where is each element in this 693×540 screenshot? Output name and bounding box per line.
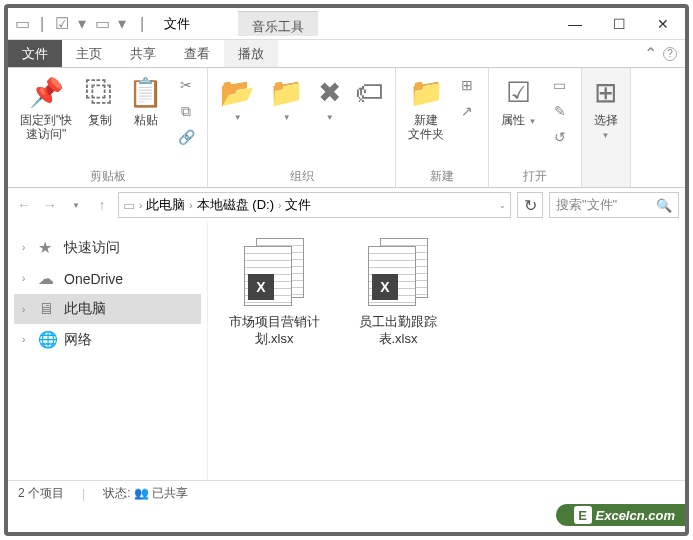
newfolder-button[interactable]: 📁 新建 文件夹: [404, 74, 448, 144]
paste-shortcut-icon[interactable]: 🔗: [173, 126, 199, 148]
nav-onedrive[interactable]: › ☁ OneDrive: [14, 263, 201, 294]
file-item[interactable]: X 员工出勤跟踪表.xlsx: [348, 238, 448, 348]
qat-sep2: |: [134, 16, 150, 32]
group-label-new: 新建: [430, 166, 454, 185]
minimize-button[interactable]: —: [553, 9, 597, 39]
nav-this-pc[interactable]: › 🖥 此电脑: [14, 294, 201, 324]
watermark: E Excelcn.com: [556, 504, 686, 526]
chevron-right-icon: ›: [22, 334, 32, 345]
collapse-ribbon-icon[interactable]: ⌃: [644, 44, 657, 63]
ribbon-group-clipboard: 📌 固定到"快 速访问" ⿻ 复制 📋 粘贴 ✂ ⧉ 🔗 剪贴板: [8, 68, 208, 187]
chevron-right-icon[interactable]: ›: [189, 200, 192, 211]
ribbon-tabs: 文件 主页 共享 查看 播放 ⌃ ?: [8, 40, 685, 68]
excel-file-icon: X: [368, 238, 428, 308]
history-dropdown-icon[interactable]: ▼: [66, 195, 86, 215]
nav-network[interactable]: › 🌐 网络: [14, 324, 201, 355]
tab-play[interactable]: 播放: [224, 40, 278, 67]
help-icon[interactable]: ?: [663, 47, 677, 61]
delete-icon: ✖: [318, 76, 341, 109]
moveto-icon: 📂: [220, 76, 255, 109]
newfolder-icon: 📁: [409, 76, 444, 109]
watermark-logo-icon: E: [574, 506, 592, 524]
ribbon-group-select: ⊞ 选择▼: [582, 68, 631, 187]
file-name-label: 员工出勤跟踪表.xlsx: [348, 314, 448, 348]
copypath-icon[interactable]: ⧉: [173, 100, 199, 122]
item-count: 2 个项目: [18, 485, 64, 502]
ribbon-group-new: 📁 新建 文件夹 ⊞ ↗ 新建: [396, 68, 489, 187]
address-bar: ← → ▼ ↑ ▭ › 此电脑 › 本地磁盘 (D:) › 文件 ⌄ ↻ 搜索"…: [8, 188, 685, 222]
copyto-button[interactable]: 📁▼: [265, 74, 308, 124]
pin-icon: 📌: [29, 76, 64, 109]
tab-share[interactable]: 共享: [116, 40, 170, 67]
crumb-pc[interactable]: 此电脑: [146, 196, 185, 214]
file-list: X 市场项目营销计划.xlsx X 员工出勤跟踪表.xlsx: [208, 222, 685, 480]
newfolder-qat-icon[interactable]: ▭: [94, 16, 110, 32]
ribbon-group-organize: 📂▼ 📁▼ ✖▼ 🏷 组织: [208, 68, 396, 187]
maximize-button[interactable]: ☐: [597, 9, 641, 39]
network-icon: 🌐: [38, 330, 58, 349]
ribbon-group-open: ☑ 属性 ▼ ▭ ✎ ↺ 打开: [489, 68, 581, 187]
navigation-pane: › ★ 快速访问 › ☁ OneDrive › 🖥 此电脑 › 🌐 网络: [8, 222, 208, 480]
group-label-clipboard: 剪贴板: [90, 166, 126, 185]
close-button[interactable]: ✕: [641, 9, 685, 39]
rename-icon: 🏷: [355, 76, 383, 109]
edit-icon[interactable]: ✎: [547, 100, 573, 122]
tab-file[interactable]: 文件: [8, 40, 62, 67]
group-label-organize: 组织: [290, 166, 314, 185]
back-button[interactable]: ←: [14, 195, 34, 215]
ribbon: 📌 固定到"快 速访问" ⿻ 复制 📋 粘贴 ✂ ⧉ 🔗 剪贴板: [8, 68, 685, 188]
refresh-button[interactable]: ↻: [517, 192, 543, 218]
select-icon: ⊞: [594, 76, 617, 109]
breadcrumb[interactable]: ▭ › 此电脑 › 本地磁盘 (D:) › 文件 ⌄: [118, 192, 511, 218]
pin-button[interactable]: 📌 固定到"快 速访问": [16, 74, 76, 144]
status-value: 已共享: [152, 486, 188, 500]
easyaccess-icon[interactable]: ↗: [454, 100, 480, 122]
excel-file-icon: X: [244, 238, 304, 308]
tab-view[interactable]: 查看: [170, 40, 224, 67]
copy-button[interactable]: ⿻ 复制: [82, 74, 118, 129]
drive-icon: ▭: [123, 198, 135, 213]
properties-button[interactable]: ☑ 属性 ▼: [497, 74, 540, 129]
people-icon: 👥: [134, 486, 149, 500]
chevron-right-icon[interactable]: ›: [278, 200, 281, 211]
up-button[interactable]: ↑: [92, 195, 112, 215]
forward-button[interactable]: →: [40, 195, 60, 215]
folder-icon: ▭: [14, 16, 30, 32]
chevron-right-icon: ›: [22, 304, 32, 315]
search-placeholder: 搜索"文件": [556, 196, 617, 214]
chevron-right-icon: ›: [22, 242, 32, 253]
title-bar: ▭ | ☑ ▾ ▭ ▾ | 文件 音乐工具 — ☐ ✕: [8, 8, 685, 40]
crumb-drive[interactable]: 本地磁盘 (D:): [197, 196, 274, 214]
file-name-label: 市场项目营销计划.xlsx: [224, 314, 324, 348]
chevron-right-icon[interactable]: ›: [139, 200, 142, 211]
window-title: 文件: [156, 15, 198, 33]
moveto-button[interactable]: 📂▼: [216, 74, 259, 124]
paste-button[interactable]: 📋 粘贴: [124, 74, 167, 129]
checkbox-icon: ☑: [506, 76, 531, 109]
copyto-icon: 📁: [269, 76, 304, 109]
tab-home[interactable]: 主页: [62, 40, 116, 67]
qat-sep: |: [34, 16, 50, 32]
status-label: 状态:: [103, 486, 130, 500]
properties-icon[interactable]: ☑: [54, 16, 70, 32]
search-icon: 🔍: [656, 198, 672, 213]
newitem-icon[interactable]: ⊞: [454, 74, 480, 96]
open-icon[interactable]: ▭: [547, 74, 573, 96]
rename-button[interactable]: 🏷: [351, 74, 387, 111]
select-button[interactable]: ⊞ 选择▼: [590, 74, 622, 144]
history-icon[interactable]: ↺: [547, 126, 573, 148]
nav-quick-access[interactable]: › ★ 快速访问: [14, 232, 201, 263]
group-label-open: 打开: [523, 166, 547, 185]
status-bar: 2 个项目 | 状态: 👥 已共享: [8, 480, 685, 506]
crumb-folder[interactable]: 文件: [285, 196, 311, 214]
qat-customize-icon[interactable]: ▾: [114, 16, 130, 32]
star-icon: ★: [38, 238, 58, 257]
paste-icon: 📋: [128, 76, 163, 109]
delete-button[interactable]: ✖▼: [314, 74, 345, 124]
file-item[interactable]: X 市场项目营销计划.xlsx: [224, 238, 324, 348]
address-dropdown-icon[interactable]: ⌄: [499, 201, 506, 210]
qat-dropdown-icon[interactable]: ▾: [74, 16, 90, 32]
cut-icon[interactable]: ✂: [173, 74, 199, 96]
chevron-right-icon: ›: [22, 273, 32, 284]
search-input[interactable]: 搜索"文件" 🔍: [549, 192, 679, 218]
